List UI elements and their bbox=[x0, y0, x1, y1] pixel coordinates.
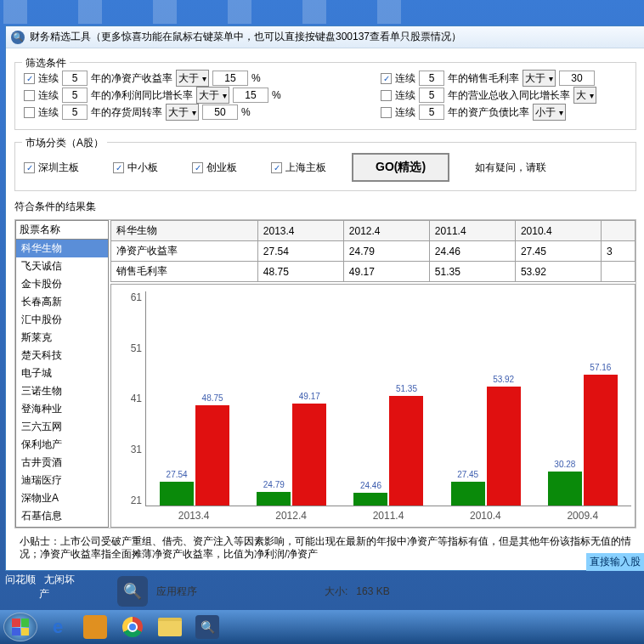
value-input[interactable] bbox=[212, 71, 248, 86]
bar-label: 51.35 bbox=[396, 384, 417, 393]
value-input[interactable] bbox=[559, 71, 595, 86]
desktop-icon[interactable] bbox=[377, 0, 401, 24]
continuous-checkbox[interactable] bbox=[24, 107, 35, 118]
metric-label: 年的净资产收益率 bbox=[91, 71, 172, 86]
market-label: 深圳主板 bbox=[38, 161, 79, 175]
stock-list-items[interactable]: 科华生物飞天诚信金卡股份长春高新汇中股份斯莱克楚天科技电子城三诺生物登海种业三六… bbox=[16, 240, 108, 527]
desktop-icon[interactable] bbox=[3, 0, 27, 24]
years-input[interactable] bbox=[419, 105, 444, 120]
list-item[interactable]: 科华生物 bbox=[16, 240, 108, 257]
taskbar-explorer-icon[interactable] bbox=[153, 613, 187, 641]
list-item[interactable]: 古井贡酒 bbox=[16, 454, 108, 472]
start-button[interactable] bbox=[3, 613, 37, 641]
market-checkbox[interactable]: ✓ bbox=[271, 162, 282, 173]
table-cell bbox=[601, 262, 635, 282]
list-item[interactable]: 电子城 bbox=[16, 364, 108, 382]
desktop-icon[interactable] bbox=[302, 0, 326, 24]
go-button[interactable]: GO(精选) bbox=[352, 153, 449, 182]
taskbar-ie-icon[interactable]: e bbox=[41, 613, 75, 641]
list-item[interactable]: 保利地产 bbox=[16, 436, 108, 454]
desktop-icon[interactable] bbox=[78, 0, 102, 24]
table-header: 2010.4 bbox=[515, 221, 601, 241]
chart-bar: 30.28 bbox=[548, 472, 582, 505]
ime-link[interactable]: 直接输入股 bbox=[586, 553, 644, 571]
chart-bar: 48.75 bbox=[195, 405, 229, 506]
continuous-checkbox[interactable] bbox=[24, 90, 35, 101]
chart: 6151413121 27.5448.7524.7949.1724.4651.3… bbox=[110, 284, 636, 528]
operator-select[interactable]: 大于 bbox=[176, 70, 209, 87]
operator-select[interactable]: 大于 bbox=[523, 70, 556, 87]
chart-bar: 57.16 bbox=[584, 375, 618, 506]
operator-select[interactable]: 大于 bbox=[166, 104, 199, 121]
chart-bar: 51.35 bbox=[389, 396, 423, 506]
continuous-checkbox[interactable]: ✓ bbox=[381, 73, 392, 84]
x-tick: 2012.4 bbox=[275, 510, 307, 522]
list-item[interactable]: 石基信息 bbox=[16, 507, 108, 525]
chart-bar: 24.46 bbox=[353, 493, 387, 506]
app-type-label: 应用程序 bbox=[156, 585, 197, 599]
years-input[interactable] bbox=[419, 71, 444, 86]
continuous-checkbox[interactable] bbox=[381, 107, 392, 118]
chart-bar: 24.79 bbox=[257, 492, 291, 506]
table-header: 2012.4 bbox=[343, 221, 429, 241]
list-item[interactable]: 金卡股份 bbox=[16, 275, 108, 293]
continuous-label: 连续 bbox=[395, 88, 415, 103]
percent-label: % bbox=[272, 89, 281, 101]
table-cell: 48.75 bbox=[257, 262, 343, 282]
bar-label: 27.54 bbox=[167, 470, 188, 479]
list-item[interactable]: 飞天诚信 bbox=[16, 257, 108, 275]
percent-label: % bbox=[241, 106, 251, 118]
desktop-label-fragment: 问花顺 尢闲坏 产 bbox=[5, 573, 75, 602]
chart-x-axis: 2013.42012.42011.42010.42009.4 bbox=[145, 510, 631, 522]
data-table: 科华生物2013.42012.42011.42010.4 净资产收益率27.54… bbox=[110, 220, 636, 282]
list-item[interactable]: 三诺生物 bbox=[16, 382, 108, 400]
years-input[interactable] bbox=[62, 88, 88, 103]
continuous-checkbox[interactable]: ✓ bbox=[24, 73, 35, 84]
content: 筛选条件 ✓连续年的净资产收益率大于%✓连续年的销售毛利率大于连续年的净利润同比… bbox=[6, 48, 644, 570]
table-header bbox=[601, 221, 635, 241]
x-tick: 2010.4 bbox=[470, 510, 501, 522]
right-panel: 科华生物2013.42012.42011.42010.4 净资产收益率27.54… bbox=[110, 220, 636, 528]
results-label: 符合条件的结果集 bbox=[14, 200, 636, 214]
size-value: 163 KB bbox=[356, 585, 389, 597]
percent-label: % bbox=[251, 72, 261, 84]
bar-label: 49.17 bbox=[299, 392, 320, 401]
operator-select[interactable]: 小于 bbox=[533, 104, 566, 121]
value-input[interactable] bbox=[233, 88, 268, 103]
list-item[interactable]: 斯莱克 bbox=[16, 329, 108, 347]
list-item[interactable]: 迪瑞医疗 bbox=[16, 472, 108, 489]
list-item[interactable]: 登海种业 bbox=[16, 400, 108, 418]
years-input[interactable] bbox=[419, 88, 444, 103]
filter-fieldset: 筛选条件 ✓连续年的净资产收益率大于%✓连续年的销售毛利率大于连续年的净利润同比… bbox=[14, 62, 636, 130]
market-checkbox[interactable]: ✓ bbox=[113, 162, 124, 173]
desktop-icon[interactable] bbox=[228, 0, 251, 24]
x-tick: 2009.4 bbox=[567, 510, 598, 522]
market-checkbox[interactable]: ✓ bbox=[24, 162, 35, 173]
chart-bar: 49.17 bbox=[292, 404, 326, 506]
bar-label: 53.92 bbox=[493, 375, 514, 384]
years-input[interactable] bbox=[62, 71, 88, 86]
years-input[interactable] bbox=[62, 105, 88, 120]
chart-bar: 27.45 bbox=[451, 482, 485, 505]
operator-select[interactable]: 大 bbox=[573, 87, 596, 104]
list-item[interactable]: 三六五网 bbox=[16, 418, 108, 436]
taskbar-app-icon[interactable] bbox=[78, 613, 112, 641]
table-cell: 27.45 bbox=[515, 241, 601, 262]
list-item[interactable]: 汇中股份 bbox=[16, 311, 108, 329]
continuous-checkbox[interactable] bbox=[381, 90, 392, 101]
search-app-icon[interactable]: 🔍 bbox=[117, 576, 148, 607]
list-item[interactable]: 深物业A bbox=[16, 489, 108, 507]
value-input[interactable] bbox=[202, 105, 238, 120]
list-item[interactable]: 楚天科技 bbox=[16, 347, 108, 364]
taskbar-search-icon[interactable]: 🔍 bbox=[190, 613, 224, 641]
desktop-icon[interactable] bbox=[153, 0, 177, 24]
market-label: 创业板 bbox=[206, 161, 237, 175]
metric-label: 年的营业总收入同比增长率 bbox=[448, 88, 570, 103]
table-cell: 53.92 bbox=[515, 262, 601, 282]
filter-title: 筛选条件 bbox=[22, 56, 70, 71]
market-checkbox[interactable]: ✓ bbox=[192, 162, 203, 173]
taskbar-chrome-icon[interactable] bbox=[116, 613, 150, 641]
table-cell: 49.17 bbox=[343, 262, 429, 282]
operator-select[interactable]: 大于 bbox=[196, 87, 229, 104]
list-item[interactable]: 长春高新 bbox=[16, 293, 108, 311]
